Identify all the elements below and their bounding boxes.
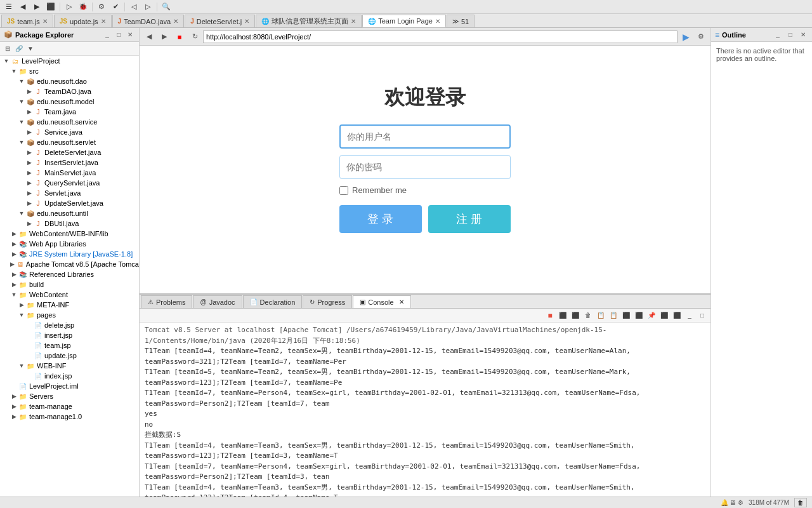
tree-item-servlet[interactable]: ▶ J Servlet.java: [0, 188, 139, 198]
tree-item-team-manage10[interactable]: ▶ 📁 team-manage1.0: [0, 411, 139, 422]
tree-arrow-model[interactable]: ▼: [18, 98, 25, 105]
tree-item-updateservlet[interactable]: ▶ J UpdateServlet.java: [0, 198, 139, 208]
tree-item-webcontent[interactable]: ▼ 📁 WebContent: [0, 290, 139, 300]
toolbar-btn-6[interactable]: ✔: [109, 1, 122, 13]
go-btn[interactable]: ▶: [679, 30, 693, 44]
forward-btn[interactable]: ▶: [157, 30, 171, 44]
tree-arrow-queryservlet[interactable]: ▶: [25, 180, 33, 186]
tree-arrow-insertservlet[interactable]: ▶: [25, 159, 33, 166]
tree-item-teamdao[interactable]: ▶ J TeamDAO.java: [0, 86, 139, 97]
tab-declaration[interactable]: 📄 Declaration: [243, 295, 303, 308]
back-btn[interactable]: ◀: [142, 30, 156, 44]
tab-javadoc[interactable]: @ Javadoc: [193, 295, 242, 308]
tab-team-js[interactable]: JS team.js ✕: [1, 15, 53, 27]
tab-update-js[interactable]: JS update.js ✕: [54, 15, 112, 27]
tree-item-insert-jsp[interactable]: 📄 insert.jsp: [0, 330, 139, 340]
tree-arrow-ref-libs[interactable]: ▶: [10, 271, 18, 277]
tree-arrow-servlet-pkg[interactable]: ▼: [18, 139, 25, 145]
tree-arrow-levelproject[interactable]: ▼: [3, 58, 10, 64]
tree-item-mainservlet[interactable]: ▶ J MainServlet.java: [0, 168, 139, 178]
tree-arrow-webinf[interactable]: ▼: [18, 363, 25, 369]
outline-close-btn[interactable]: ✕: [798, 30, 808, 40]
tab-numbered[interactable]: ≫ 51: [447, 15, 475, 27]
tree-item-model[interactable]: ▼ 📦 edu.neusoft.model: [0, 97, 139, 107]
console-minimize-btn[interactable]: _: [684, 310, 695, 321]
toolbar-btn-1[interactable]: ☰: [3, 1, 15, 13]
tab-problems[interactable]: ⚠ Problems: [141, 295, 192, 308]
tree-item-team-manage[interactable]: ▶ 📁 team-manage: [0, 401, 139, 411]
close-panel-btn[interactable]: ✕: [125, 30, 135, 40]
tree-item-webinf-lib[interactable]: ▶ 📁 WebContent/WEB-INF/lib: [0, 229, 139, 239]
remember-me-checkbox[interactable]: [339, 186, 348, 195]
tab-close-btn5[interactable]: ✕: [351, 18, 356, 25]
tree-item-tomcat[interactable]: ▶ 🖥 Apache Tomcat v8.5 [Apache Tomca: [0, 259, 139, 269]
toolbar-forward-btn[interactable]: ▷: [141, 1, 154, 13]
tree-arrow-servers[interactable]: ▶: [10, 393, 18, 399]
tree-item-servers[interactable]: ▶ 📁 Servers: [0, 391, 139, 401]
browser-settings-btn[interactable]: ⚙: [694, 30, 708, 44]
gc-btn[interactable]: 🗑: [794, 498, 807, 507]
tree-item-iml[interactable]: 📄 LevelProject.iml: [0, 381, 139, 391]
tree-item-service-java[interactable]: ▶ J Service.java: [0, 127, 139, 137]
stop-btn[interactable]: ■: [173, 30, 187, 44]
tree-item-jre[interactable]: ▶ 📚 JRE System Library [JavaSE-1.8]: [0, 249, 139, 259]
tree-arrow-service-pkg[interactable]: ▼: [18, 119, 25, 125]
tree-item-index-jsp[interactable]: 📄 index.jsp: [0, 371, 139, 381]
tree-arrow-team-manage[interactable]: ▶: [10, 403, 18, 410]
toolbar-btn-5[interactable]: ⚙: [95, 1, 108, 13]
console-stop-btn[interactable]: ■: [544, 310, 556, 321]
toolbar-search-btn[interactable]: 🔍: [160, 1, 173, 13]
tab-main-page[interactable]: 🌐 球队信息管理系统主页面 ✕: [256, 15, 362, 27]
outline-maximize-btn[interactable]: □: [785, 30, 796, 40]
tree-arrow-tomcat[interactable]: ▶: [9, 261, 16, 267]
minimize-panel-btn[interactable]: _: [102, 30, 112, 40]
register-button[interactable]: 注 册: [428, 205, 511, 233]
tree-arrow-build[interactable]: ▶: [10, 281, 18, 288]
tree-arrow-dao[interactable]: ▼: [18, 78, 25, 84]
tree-arrow-pages[interactable]: ▼: [18, 312, 25, 318]
toolbar-btn-4[interactable]: ⬛: [44, 1, 57, 13]
tab-close-btn4[interactable]: ✕: [244, 18, 249, 25]
refresh-btn[interactable]: ↻: [188, 30, 202, 44]
tree-item-webapp-lib[interactable]: ▶ 📚 Web App Libraries: [0, 239, 139, 249]
toolbar-run-btn[interactable]: ▷: [63, 1, 75, 13]
tab-console[interactable]: ▣ Console ✕: [353, 295, 410, 308]
console-btn-6[interactable]: ⬛: [620, 310, 632, 321]
tree-arrow-metainf[interactable]: ▶: [18, 302, 25, 308]
tree-item-ref-libs[interactable]: ▶ 📚 Referenced Libraries: [0, 269, 139, 279]
tree-arrow-webinf-lib[interactable]: ▶: [10, 231, 18, 237]
tab-team-login[interactable]: 🌐 Team Login Page ✕: [362, 15, 446, 27]
address-input[interactable]: [203, 30, 678, 43]
tree-item-delete-jsp[interactable]: 📄 delete.jsp: [0, 320, 139, 330]
tab-close-btn6[interactable]: ✕: [435, 18, 440, 25]
password-input[interactable]: [339, 155, 511, 179]
tree-arrow-webapp-lib[interactable]: ▶: [10, 241, 18, 247]
console-btn-2[interactable]: ⬛: [557, 310, 568, 321]
tree-arrow-webcontent[interactable]: ▼: [10, 291, 18, 298]
tab-close-btn2[interactable]: ✕: [101, 18, 106, 25]
tree-item-metainf[interactable]: ▶ 📁 META-INF: [0, 300, 139, 310]
tree-item-webinf[interactable]: ▼ 📁 WEB-INF: [0, 361, 139, 371]
tree-arrow-jre[interactable]: ▶: [10, 251, 18, 257]
toolbar-debug-btn[interactable]: 🐞: [77, 1, 89, 13]
toolbar-back-btn[interactable]: ◁: [128, 1, 140, 13]
tree-item-until-pkg[interactable]: ▼ 📦 edu.neusoft.until: [0, 208, 139, 218]
console-btn-5[interactable]: 📋: [608, 310, 619, 321]
tree-arrow-src[interactable]: ▼: [10, 68, 18, 74]
console-btn-3[interactable]: ⬛: [570, 310, 581, 321]
view-menu-btn[interactable]: ▼: [25, 44, 36, 54]
toolbar-btn-3[interactable]: ▶: [30, 1, 43, 13]
tree-item-levelproject[interactable]: ▼ 🗂 LevelProject: [0, 56, 139, 66]
tree-item-dao[interactable]: ▼ 📦 edu.neusoft.dao: [0, 76, 139, 86]
tree-arrow-service-java[interactable]: ▶: [25, 129, 33, 135]
login-button[interactable]: 登 录: [339, 205, 422, 233]
console-close-icon[interactable]: ✕: [399, 298, 404, 305]
collapse-all-btn[interactable]: ⊟: [3, 44, 13, 54]
tree-arrow-until-pkg[interactable]: ▼: [18, 210, 25, 217]
tree-item-update-jsp[interactable]: 📄 update.jsp: [0, 351, 139, 361]
console-maximize-btn[interactable]: □: [697, 310, 708, 321]
tree-arrow-team-java[interactable]: ▶: [25, 109, 33, 115]
tree-item-insertservlet[interactable]: ▶ J InsertServlet.java: [0, 157, 139, 168]
link-editor-btn[interactable]: 🔗: [14, 44, 24, 54]
tab-teamdao-java[interactable]: J TeamDAO.java ✕: [112, 15, 185, 27]
